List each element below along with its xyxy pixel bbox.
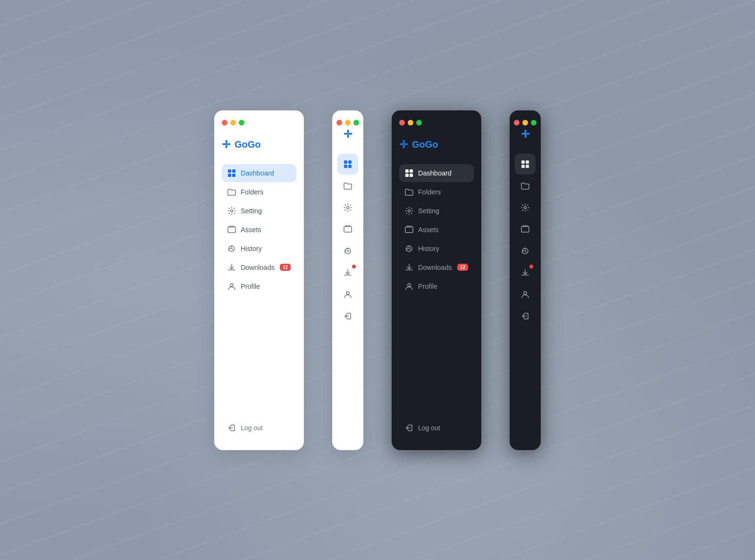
nav-item-folders[interactable]: Folders (222, 183, 296, 201)
nav-item-setting[interactable]: Setting (222, 202, 296, 220)
tl-minimize[interactable] (230, 120, 236, 125)
nav-label-folders: Folders (241, 188, 291, 196)
tl-fullscreen[interactable] (239, 120, 244, 125)
icon-nav-assets-dark[interactable] (515, 219, 536, 240)
svg-rect-2 (228, 174, 231, 177)
nav-item-history-dark[interactable]: History (399, 240, 474, 258)
nav-label-downloads-dark: Downloads (418, 264, 453, 271)
icon-nav-downloads-dark[interactable] (515, 262, 536, 283)
svg-rect-6 (229, 226, 234, 227)
svg-rect-16 (405, 169, 409, 173)
tl-close-icon-dark[interactable] (514, 120, 520, 125)
icon-nav-folders-light[interactable] (337, 176, 358, 196)
traffic-lights-icon-dark (514, 120, 537, 125)
folders-icon-dark (405, 188, 413, 196)
logout-icon-dark (405, 424, 413, 432)
nav-item-folders-dark[interactable]: Folders (399, 183, 474, 201)
history-icon (227, 244, 236, 253)
icon-setting-light (344, 203, 352, 212)
assets-icon-dark (405, 226, 413, 234)
nav-item-assets[interactable]: Assets (222, 221, 296, 239)
tl-minimize-icon-dark[interactable] (522, 120, 528, 125)
icon-profile-light (344, 290, 352, 299)
nav-label-folders-dark: Folders (418, 188, 468, 196)
nav-item-downloads[interactable]: Downloads 12 (222, 259, 296, 276)
nav-label-setting: Setting (241, 207, 291, 215)
svg-point-7 (230, 284, 233, 286)
svg-point-4 (231, 209, 233, 212)
icon-nav-profile-light[interactable] (337, 284, 358, 305)
logout-label-dark: Log out (418, 424, 440, 432)
nav-item-profile-dark[interactable]: Profile (399, 277, 474, 295)
sidebar-icon-light: ✛ (332, 110, 363, 450)
profile-icon-dark (405, 282, 413, 291)
history-icon-dark (405, 244, 413, 253)
svg-rect-10 (344, 165, 347, 168)
svg-rect-24 (521, 160, 525, 164)
svg-rect-19 (410, 174, 413, 177)
logout-area-dark: Log out (399, 411, 474, 437)
icon-nav-history-light[interactable] (337, 241, 358, 261)
icon-downloads-badge-dark (529, 265, 533, 268)
nav-item-dashboard[interactable]: Dashboard (222, 164, 296, 182)
svg-rect-22 (407, 226, 411, 227)
icon-nav-dashboard-light[interactable] (337, 154, 358, 175)
sidebar-full-dark: ✛ GoGo Dashboard Folders (392, 110, 481, 450)
icon-nav-setting-light[interactable] (337, 197, 358, 218)
downloads-icon (227, 263, 236, 272)
icon-history-light (344, 247, 352, 255)
tl-close[interactable] (222, 120, 227, 125)
nav-label-setting-dark: Setting (418, 207, 468, 215)
downloads-badge-dark: 12 (457, 264, 468, 271)
logout-button-dark[interactable]: Log out (399, 419, 474, 437)
tl-minimize-dark[interactable] (408, 120, 413, 125)
icon-nav-history-dark[interactable] (515, 241, 536, 261)
nav-item-assets-dark[interactable]: Assets (399, 221, 474, 239)
nav-list-full-dark: Dashboard Folders Setting (399, 164, 474, 411)
svg-point-12 (347, 206, 349, 209)
svg-point-31 (524, 292, 527, 294)
tl-close-dark[interactable] (399, 120, 405, 125)
logo-icon: ✛ (222, 139, 230, 151)
svg-rect-0 (228, 169, 231, 173)
svg-rect-8 (344, 160, 347, 164)
profile-icon (227, 282, 236, 291)
tl-fullscreen-icon-dark[interactable] (531, 120, 537, 125)
icon-nav-profile-dark[interactable] (515, 284, 536, 305)
icon-nav-folders-dark[interactable] (515, 176, 536, 196)
svg-rect-5 (228, 227, 235, 233)
icon-nav-assets-light[interactable] (337, 219, 358, 240)
icon-dashboard-light (344, 160, 352, 168)
nav-item-history[interactable]: History (222, 240, 296, 258)
icon-folders-light (344, 182, 352, 190)
icon-profile-dark (521, 290, 529, 299)
logout-button-light[interactable]: Log out (222, 419, 296, 437)
icon-downloads-badge-light (352, 265, 356, 268)
icon-nav-setting-dark[interactable] (515, 197, 536, 218)
traffic-lights-light (222, 120, 296, 125)
tl-minimize-icon-light[interactable] (345, 120, 351, 125)
svg-rect-11 (348, 165, 352, 168)
svg-rect-13 (344, 226, 352, 232)
tl-fullscreen-dark[interactable] (416, 120, 422, 125)
nav-label-profile-dark: Profile (418, 283, 468, 290)
nav-item-downloads-dark[interactable]: Downloads 12 (399, 259, 474, 276)
svg-rect-29 (521, 226, 529, 232)
icon-history-dark (521, 247, 529, 255)
downloads-icon-dark (405, 263, 413, 272)
nav-item-profile[interactable]: Profile (222, 277, 296, 295)
icon-logout-light[interactable] (337, 306, 358, 326)
icon-nav-downloads-light[interactable] (337, 262, 358, 283)
tl-fullscreen-icon-light[interactable] (353, 120, 359, 125)
tl-close-icon-light[interactable] (336, 120, 342, 125)
icon-downloads-dark (521, 268, 529, 277)
icon-logout-dark[interactable] (515, 306, 536, 326)
nav-item-setting-dark[interactable]: Setting (399, 202, 474, 220)
setting-icon-dark (405, 207, 413, 215)
logo-symbol-icon-dark: ✛ (521, 128, 529, 141)
icon-sidebar-content-light: ✛ (337, 120, 359, 327)
logo-icon-dark: ✛ (399, 139, 407, 151)
icon-sidebar-content-dark: ✛ (514, 120, 536, 327)
nav-item-dashboard-dark[interactable]: Dashboard (399, 164, 474, 182)
icon-nav-dashboard-dark[interactable] (515, 154, 536, 175)
